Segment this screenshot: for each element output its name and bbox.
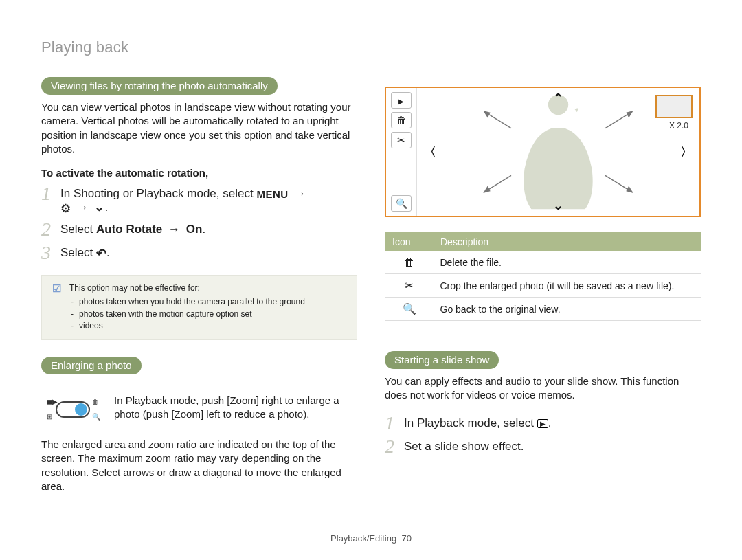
step-3: 3 Select . — [41, 243, 357, 262]
crop-icon: ✂ — [397, 135, 405, 146]
preview-main[interactable]: X 2.0 ⌃ ⌄ 〈 〉 — [417, 88, 699, 216]
step-2: 2 Set a slide show effect. — [385, 437, 701, 456]
rotation-steps: 1 In Shooting or Playback mode, select M… — [41, 184, 357, 262]
icon-description-table: Icon Description 🗑 Delete the file. ✂ Cr… — [385, 232, 701, 321]
crop-button[interactable]: ✂ — [391, 132, 412, 148]
note-box: ☑ This option may not be effective for: … — [41, 275, 357, 340]
zoom-reset-button[interactable]: 🔍 — [391, 195, 412, 212]
magnifier-icon: 🔍 — [396, 198, 407, 209]
svg-text:◼▶: ◼▶ — [47, 398, 58, 405]
step-1-text: In Playback mode, select ▶. — [404, 414, 551, 430]
step-1: 1 In Shooting or Playback mode, select M… — [41, 184, 357, 216]
note-icon: ☑ — [50, 282, 63, 295]
step-1-text: In Shooting or Playback mode, select MEN… — [60, 184, 308, 216]
note-lead: This option may not be effective for: — [69, 282, 305, 294]
svg-text:🔍: 🔍 — [92, 412, 101, 421]
step-2: 2 Select Auto Rotate → On. — [41, 220, 357, 239]
svg-marker-7 — [484, 111, 490, 117]
table-row: 🔍 Go back to the original view. — [385, 298, 701, 321]
back-icon — [96, 246, 106, 261]
activate-rotation-subhead: To activate the automatic rotation, — [41, 167, 357, 179]
table-cell-desc: Crop the enlarged photo (it will be save… — [434, 274, 701, 298]
zoom-instruction-row: ◼▶ ⊞ 🗑 🔍 In Playback mode, push [Zoom] r… — [41, 394, 357, 424]
pan-down-icon[interactable]: ⌄ — [553, 198, 563, 213]
pan-left-icon[interactable]: 〈 — [424, 144, 436, 160]
viewing-description: You can view vertical photos in landscap… — [41, 100, 357, 156]
table-cell-desc: Go back to the original view. — [434, 298, 701, 321]
step-number: 2 — [385, 437, 397, 456]
zoom-minimap — [655, 95, 693, 118]
page-title: Playing back — [41, 38, 357, 56]
svg-marker-11 — [484, 187, 490, 192]
pan-right-icon[interactable]: 〉 — [680, 144, 693, 160]
heading-slide-show: Starting a slide show — [385, 351, 499, 369]
svg-point-1 — [75, 403, 87, 416]
note-list: photos taken when you hold the camera pa… — [69, 296, 305, 332]
delete-button[interactable]: 🗑 — [391, 112, 412, 128]
step-1: 1 In Playback mode, select ▶. — [385, 414, 701, 433]
heading-viewing-files: Viewing files by rotating the photo auto… — [41, 77, 278, 95]
note-item: videos — [79, 320, 305, 332]
table-row: ✂ Crop the enlarged photo (it will be sa… — [385, 274, 701, 298]
note-item: photos taken when you hold the camera pa… — [79, 296, 305, 308]
play-button[interactable] — [391, 92, 412, 109]
note-item: photos taken with the motion capture opt… — [79, 309, 305, 320]
zoom-instruction: In Playback mode, push [Zoom] right to e… — [114, 394, 357, 422]
preview-sidebar: 🗑 ✂ 🔍 — [386, 88, 417, 216]
zoom-ratio-label: X 2.0 — [669, 121, 688, 131]
slideshow-description: You can apply effects and audio to your … — [385, 374, 701, 403]
table-header-icon: Icon — [385, 233, 434, 251]
slideshow-steps: 1 In Playback mode, select ▶. 2 Set a sl… — [385, 414, 701, 456]
trash-icon: 🗑 — [385, 251, 434, 274]
step-number: 2 — [41, 220, 54, 239]
enlarging-description: The enlarged area and zoom ratio are ind… — [41, 438, 357, 493]
menu-icon: MENU — [256, 188, 288, 200]
step-2-text: Select Auto Rotate → On. — [60, 220, 205, 236]
svg-marker-9 — [627, 111, 632, 117]
page-footer: Playback/Editing 70 — [0, 533, 742, 544]
crop-icon: ✂ — [385, 274, 434, 298]
zoom-control-icon: ◼▶ ⊞ 🗑 🔍 — [41, 395, 104, 424]
slideshow-icon: ▶ — [537, 419, 548, 428]
trash-icon: 🗑 — [396, 115, 406, 126]
step-number: 3 — [41, 243, 54, 262]
svg-text:⊞: ⊞ — [47, 413, 52, 421]
svg-text:🗑: 🗑 — [92, 398, 99, 405]
step-number: 1 — [385, 414, 397, 433]
chevron-down-icon — [94, 201, 104, 216]
heading-enlarging: Enlarging a photo — [41, 357, 142, 374]
pan-up-icon[interactable]: ⌃ — [553, 91, 563, 106]
table-cell-desc: Delete the file. — [434, 251, 701, 274]
step-number: 1 — [41, 184, 54, 203]
play-icon — [398, 95, 404, 106]
svg-marker-13 — [627, 187, 632, 192]
table-row: 🗑 Delete the file. — [385, 251, 701, 274]
enlarged-preview-frame: 🗑 ✂ 🔍 X 2.0 ⌃ ⌄ — [385, 87, 701, 217]
magnifier-icon: 🔍 — [385, 298, 434, 321]
table-header-description: Description — [434, 233, 701, 251]
gear-icon — [60, 201, 71, 216]
step-2-text: Set a slide show effect. — [404, 437, 524, 453]
step-3-text: Select . — [60, 243, 110, 261]
